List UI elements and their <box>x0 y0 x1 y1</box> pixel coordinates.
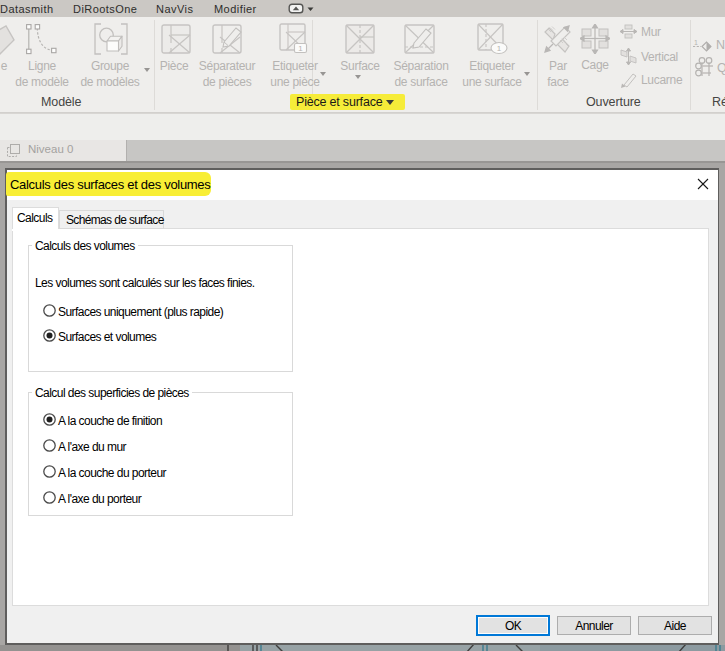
svg-text:1: 1 <box>497 44 502 53</box>
svg-text:1: 1 <box>298 44 303 53</box>
svg-text:1: 1 <box>694 39 698 46</box>
